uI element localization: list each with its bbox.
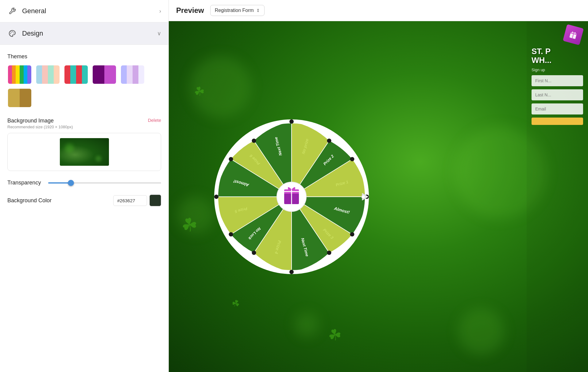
- left-panel: General › Design ∨ Themes: [0, 0, 169, 372]
- right-panel: Preview Registration Form ⇕ ☘ ☘ ☘ ☘: [169, 0, 588, 372]
- color-input-group: [113, 195, 161, 206]
- slider-thumb[interactable]: [68, 180, 74, 186]
- form-panel: ST. PWH... Sign up: [527, 21, 588, 372]
- bokeh-5: [458, 308, 504, 355]
- theme-swatch-lavender[interactable]: [120, 65, 145, 84]
- svg-point-2: [11, 32, 11, 32]
- bokeh-4: [295, 312, 319, 337]
- image-preview-box: [7, 133, 161, 171]
- design-section-header[interactable]: Design ∨: [0, 22, 168, 45]
- form-title-area: ST. PWH...: [532, 47, 583, 64]
- svg-point-27: [214, 195, 219, 199]
- wheel-svg: Almost! Prize 3 Next Time Prize 4 No Luc…: [212, 117, 371, 277]
- svg-point-3: [10, 33, 11, 34]
- bg-color-row: Background Color: [7, 195, 161, 206]
- slider-fill: [48, 182, 71, 184]
- svg-point-23: [327, 250, 331, 255]
- svg-point-0: [13, 32, 13, 32]
- general-chevron: ›: [159, 8, 161, 14]
- green-background-image: [60, 138, 109, 166]
- transparency-label: Transparency: [7, 180, 41, 186]
- themes-label: Themes: [7, 53, 161, 60]
- preview-header: Preview Registration Form ⇕: [169, 0, 588, 21]
- svg-point-1: [14, 33, 14, 33]
- design-chevron: ∨: [157, 30, 161, 37]
- preview-title: Preview: [176, 6, 204, 15]
- transparency-row: Transparency: [7, 180, 161, 186]
- design-section-content: Themes: [0, 45, 168, 215]
- general-label: General: [22, 7, 46, 15]
- general-section-header[interactable]: General ›: [0, 0, 168, 22]
- transparency-slider[interactable]: [48, 182, 161, 184]
- color-swatch-box[interactable]: [149, 195, 161, 206]
- design-label: Design: [22, 29, 43, 37]
- email-field[interactable]: [532, 103, 583, 114]
- dropdown-arrow-icon: ⇕: [256, 8, 260, 13]
- submit-button[interactable]: [532, 118, 583, 125]
- bg-image-title: Background Image: [7, 118, 73, 124]
- wheel-container: Almost! Prize 3 Next Time Prize 4 No Luc…: [212, 117, 371, 277]
- wrench-icon: [7, 6, 17, 16]
- svg-point-25: [252, 250, 256, 255]
- bg-image-header: Background Image Recommended size (1920 …: [7, 118, 161, 129]
- preview-area: ☘ ☘ ☘ ☘: [169, 21, 588, 372]
- st-patrick-title: ST. PWH...: [532, 47, 583, 64]
- svg-point-26: [229, 232, 233, 236]
- wheel-scene: ☘ ☘ ☘ ☘: [169, 21, 588, 372]
- delete-button[interactable]: Delete: [148, 118, 161, 123]
- color-hex-input[interactable]: [113, 195, 147, 206]
- shamrock-3: ☘: [230, 297, 242, 310]
- svg-point-29: [252, 138, 256, 143]
- image-thumbnail: [60, 138, 109, 166]
- theme-swatch-redcyan[interactable]: [64, 65, 88, 84]
- bg-image-subtitle: Recommended size (1920 × 1080px): [7, 125, 73, 129]
- bg-color-label: Background Color: [7, 197, 52, 204]
- theme-swatch-pastel[interactable]: [36, 65, 60, 84]
- first-name-field[interactable]: [532, 75, 583, 86]
- palette-icon: [7, 29, 17, 38]
- svg-point-22: [350, 232, 354, 236]
- svg-point-20: [350, 157, 354, 161]
- preview-dropdown[interactable]: Registration Form ⇕: [210, 5, 265, 16]
- last-name-field[interactable]: [532, 89, 583, 100]
- svg-point-48: [362, 195, 365, 199]
- svg-point-28: [229, 157, 233, 161]
- theme-swatch-gold[interactable]: [7, 88, 32, 108]
- svg-point-18: [289, 119, 294, 124]
- svg-point-19: [327, 138, 331, 143]
- themes-row: [7, 65, 161, 108]
- gift-icon: [563, 24, 584, 45]
- theme-swatch-rainbow[interactable]: [7, 65, 32, 84]
- svg-point-24: [289, 270, 294, 274]
- dropdown-value: Registration Form: [215, 8, 254, 13]
- sign-up-text: Sign up: [532, 68, 583, 72]
- theme-swatch-purple[interactable]: [92, 65, 117, 84]
- slider-track: [48, 182, 161, 184]
- shamrock-4: ☘: [326, 325, 344, 346]
